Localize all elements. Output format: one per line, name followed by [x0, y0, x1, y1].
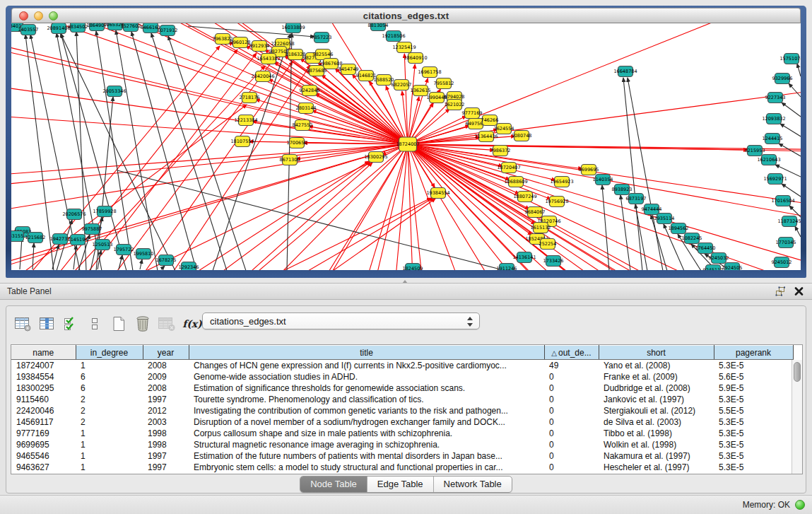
graph-node[interactable]: 1140354	[593, 175, 613, 185]
table-cell[interactable]: 0	[544, 439, 599, 450]
graph-node[interactable]: 1700650	[287, 138, 307, 148]
graph-node[interactable]: 1894562	[669, 223, 689, 234]
graph-node[interactable]: 9684067	[525, 207, 546, 218]
table-row[interactable]: 1456911722003Disruption of a novel membe…	[11, 416, 793, 428]
graph-node[interactable]: 16648784	[613, 66, 637, 77]
table-cell[interactable]: 2003	[143, 416, 189, 428]
table-row[interactable]: 1872400712008Changes of HCN gene express…	[11, 360, 793, 371]
graph-node[interactable]: 9777169	[462, 108, 483, 119]
table-cell[interactable]: 9699695	[11, 439, 76, 450]
graph-node[interactable]: 2935114	[654, 214, 675, 224]
table-cell[interactable]: 5.3E-5	[714, 428, 793, 439]
graph-node[interactable]: 15692971	[763, 174, 787, 185]
graph-node[interactable]: 18640910	[404, 53, 427, 64]
graph-node[interactable]: 8427552	[293, 120, 313, 131]
table-row[interactable]: 1938455462009Genome-wide association stu…	[11, 371, 793, 382]
table-cell[interactable]: Dudbridge et al. (2008)	[599, 382, 714, 394]
table-cell[interactable]: Estimation of the future numbers of pati…	[189, 450, 544, 462]
column-header-title[interactable]: title	[189, 346, 544, 360]
graph-node[interactable]: 1824509	[403, 264, 423, 271]
table-cell[interactable]: 5.3E-5	[714, 360, 793, 371]
network-graph[interactable]: 2340191403557208914069834502186490710653…	[11, 23, 801, 270]
table-cell[interactable]: 19384554	[11, 371, 76, 382]
graph-node[interactable]: 252254	[539, 239, 557, 250]
delete-table-icon[interactable]	[156, 314, 177, 334]
table-cell[interactable]: Nakamura et al. (1997)	[599, 450, 714, 462]
graph-node[interactable]: 19218506	[382, 31, 405, 42]
tab-network-table[interactable]: Network Table	[434, 477, 512, 492]
table-cell[interactable]: 6	[76, 382, 143, 394]
table-cell[interactable]: 22420046	[11, 405, 76, 416]
graph-node[interactable]: 20053346	[102, 86, 126, 97]
graph-node[interactable]: 8960128	[230, 37, 251, 48]
graph-node[interactable]: 1244415	[763, 134, 783, 144]
table-row[interactable]: 1830029562008Estimation of significance …	[11, 382, 793, 394]
graph-node[interactable]: 1071912	[158, 25, 178, 36]
table-cell[interactable]: 9777169	[11, 428, 76, 439]
graph-node[interactable]: 1250513	[93, 240, 113, 250]
graph-node[interactable]: 9245032	[709, 253, 729, 264]
table-cell[interactable]: 1997	[143, 394, 189, 405]
function-builder-icon[interactable]: f(x)	[180, 314, 204, 334]
table-cell[interactable]: Stergiakouli et al. (2012)	[599, 405, 714, 416]
table-cell[interactable]: Investigating the contribution of common…	[189, 405, 544, 416]
table-row[interactable]: 946554611997Estimation of the future num…	[11, 450, 793, 462]
table-cell[interactable]: 0	[544, 428, 599, 439]
table-cell[interactable]: 0	[544, 416, 599, 428]
column-header-out-de-[interactable]: △out_de...	[544, 346, 599, 360]
table-cell[interactable]: 1997	[143, 450, 189, 462]
graph-node[interactable]: 1080748	[512, 131, 532, 141]
graph-node[interactable]: 16961758	[418, 67, 441, 78]
close-panel-icon[interactable]	[792, 286, 805, 297]
graph-node[interactable]: 9245012	[772, 257, 792, 268]
graph-node[interactable]: 9975887	[82, 224, 102, 235]
table-cell[interactable]: 1997	[143, 462, 189, 473]
column-header-in-degree[interactable]: in_degree	[76, 346, 143, 360]
table-cell[interactable]: 2	[76, 394, 143, 405]
graph-node[interactable]: 1678275	[156, 255, 177, 266]
graph-node[interactable]: 1995810	[134, 249, 154, 259]
graph-node[interactable]: 14136141	[512, 252, 536, 263]
graph-node[interactable]: 9242848	[300, 86, 320, 96]
graph-node[interactable]: 8671300	[280, 155, 300, 165]
tab-edge-table[interactable]: Edge Table	[367, 477, 434, 492]
table-cell[interactable]: Franke et al. (2009)	[599, 371, 714, 382]
table-cell[interactable]: 5.9E-5	[714, 382, 793, 394]
table-selector-dropdown[interactable]: citations_edges.txt	[202, 313, 480, 329]
table-cell[interactable]: 5.6E-5	[714, 371, 793, 382]
select-all-icon[interactable]	[60, 314, 81, 334]
table-cell[interactable]: 1	[76, 450, 143, 462]
table-cell[interactable]: de Silva et al. (2003)	[599, 416, 714, 428]
table-cell[interactable]: 2009	[143, 371, 189, 382]
table-cell[interactable]: 0	[544, 450, 599, 462]
table-scrollbar[interactable]	[792, 360, 802, 474]
graph-node[interactable]: 1733426	[543, 256, 564, 267]
table-row[interactable]: 2242004622012Investigating the contribut…	[11, 405, 793, 416]
graph-node[interactable]: 9834502	[68, 23, 88, 33]
table-cell[interactable]: 2008	[143, 360, 189, 371]
table-cell[interactable]: 5.3E-5	[714, 416, 793, 428]
table-cell[interactable]: 14569117	[11, 416, 76, 428]
network-canvas[interactable]: 2340191403557208914069834502186490710653…	[11, 23, 801, 270]
graph-node[interactable]: 19756928	[545, 197, 568, 207]
table-cell[interactable]: Tibbo et al. (1998)	[599, 428, 714, 439]
table-row[interactable]: 911546021997Tourette syndrome. Phenomeno…	[11, 394, 793, 405]
graph-node[interactable]: 16210643	[757, 155, 780, 165]
graph-node[interactable]: 11873245	[777, 216, 801, 227]
graph-node[interactable]: 7857223	[312, 33, 332, 43]
table-cell[interactable]: 2012	[143, 405, 189, 416]
table-settings-icon[interactable]	[12, 314, 33, 334]
table-cell[interactable]: Changes of HCN gene expression and I(f) …	[189, 360, 544, 371]
table-cell[interactable]: 5.3E-5	[714, 450, 793, 462]
rows-icon[interactable]	[84, 314, 105, 334]
graph-node[interactable]: 18300295	[364, 152, 387, 163]
table-cell[interactable]: 5.3E-5	[714, 394, 793, 405]
table-cell[interactable]: 1998	[143, 439, 189, 450]
graph-node[interactable]: 1215682	[25, 233, 46, 243]
delete-attribute-icon[interactable]	[132, 314, 153, 334]
graph-node[interactable]: 12325419	[392, 42, 416, 53]
graph-node[interactable]: 6822057	[392, 80, 412, 90]
table-cell[interactable]: 1	[76, 439, 143, 450]
graph-node[interactable]: 6873197	[626, 194, 647, 204]
graph-node[interactable]: 1924505	[722, 263, 743, 271]
